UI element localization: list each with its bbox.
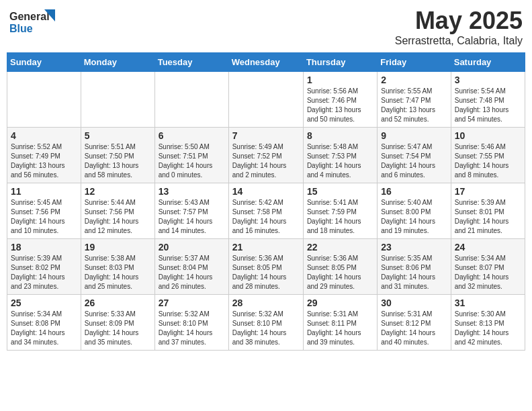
calendar-cell: 21Sunrise: 5:36 AM Sunset: 8:05 PM Dayli… bbox=[228, 239, 303, 295]
day-number: 5 bbox=[85, 130, 151, 141]
weekday-header-wednesday: Wednesday bbox=[228, 53, 303, 72]
day-number: 6 bbox=[159, 130, 225, 141]
day-info: Sunrise: 5:50 AM Sunset: 7:51 PM Dayligh… bbox=[159, 142, 225, 180]
day-number: 11 bbox=[11, 186, 77, 197]
calendar-week-1: 1Sunrise: 5:56 AM Sunset: 7:46 PM Daylig… bbox=[7, 72, 525, 128]
calendar-cell: 6Sunrise: 5:50 AM Sunset: 7:51 PM Daylig… bbox=[154, 128, 228, 183]
day-number: 10 bbox=[455, 130, 521, 141]
day-number: 28 bbox=[232, 298, 300, 308]
calendar-cell: 24Sunrise: 5:34 AM Sunset: 8:07 PM Dayli… bbox=[451, 239, 525, 295]
calendar-cell: 1Sunrise: 5:56 AM Sunset: 7:46 PM Daylig… bbox=[303, 72, 377, 128]
logo: General Blue bbox=[9, 7, 58, 36]
calendar-cell: 8Sunrise: 5:48 AM Sunset: 7:53 PM Daylig… bbox=[303, 128, 377, 183]
calendar-cell: 17Sunrise: 5:39 AM Sunset: 8:01 PM Dayli… bbox=[451, 183, 525, 239]
calendar-cell: 5Sunrise: 5:51 AM Sunset: 7:50 PM Daylig… bbox=[81, 128, 154, 183]
weekday-header-friday: Friday bbox=[378, 53, 451, 72]
calendar-cell: 18Sunrise: 5:39 AM Sunset: 8:02 PM Dayli… bbox=[7, 239, 81, 295]
calendar-cell: 14Sunrise: 5:42 AM Sunset: 7:58 PM Dayli… bbox=[228, 183, 303, 239]
day-number: 16 bbox=[381, 186, 447, 197]
day-number: 21 bbox=[232, 242, 300, 253]
calendar-cell: 19Sunrise: 5:38 AM Sunset: 8:03 PM Dayli… bbox=[81, 239, 154, 295]
day-number: 25 bbox=[11, 298, 77, 308]
logo-svg: General Blue bbox=[9, 7, 58, 36]
day-info: Sunrise: 5:45 AM Sunset: 7:56 PM Dayligh… bbox=[11, 198, 77, 236]
weekday-header-monday: Monday bbox=[81, 53, 154, 72]
day-info: Sunrise: 5:56 AM Sunset: 7:46 PM Dayligh… bbox=[307, 87, 373, 124]
day-info: Sunrise: 5:32 AM Sunset: 8:10 PM Dayligh… bbox=[159, 310, 225, 347]
day-number: 22 bbox=[307, 242, 373, 253]
day-number: 20 bbox=[159, 242, 225, 253]
calendar-cell bbox=[81, 72, 154, 128]
day-info: Sunrise: 5:32 AM Sunset: 8:10 PM Dayligh… bbox=[232, 310, 300, 347]
day-info: Sunrise: 5:37 AM Sunset: 8:04 PM Dayligh… bbox=[159, 254, 225, 291]
calendar-week-5: 25Sunrise: 5:34 AM Sunset: 8:08 PM Dayli… bbox=[7, 295, 525, 351]
calendar-cell: 23Sunrise: 5:35 AM Sunset: 8:06 PM Dayli… bbox=[378, 239, 451, 295]
calendar-cell: 9Sunrise: 5:47 AM Sunset: 7:54 PM Daylig… bbox=[378, 128, 451, 183]
calendar-week-4: 18Sunrise: 5:39 AM Sunset: 8:02 PM Dayli… bbox=[7, 239, 525, 295]
weekday-header-saturday: Saturday bbox=[451, 53, 525, 72]
day-info: Sunrise: 5:41 AM Sunset: 7:59 PM Dayligh… bbox=[307, 198, 373, 236]
day-number: 7 bbox=[232, 130, 300, 141]
day-number: 2 bbox=[381, 75, 447, 85]
day-info: Sunrise: 5:35 AM Sunset: 8:06 PM Dayligh… bbox=[381, 254, 447, 291]
weekday-header-sunday: Sunday bbox=[7, 53, 81, 72]
day-info: Sunrise: 5:34 AM Sunset: 8:07 PM Dayligh… bbox=[455, 254, 521, 291]
day-info: Sunrise: 5:47 AM Sunset: 7:54 PM Dayligh… bbox=[381, 142, 447, 180]
page-subtitle: Serrastretta, Calabria, Italy bbox=[395, 35, 523, 47]
day-info: Sunrise: 5:30 AM Sunset: 8:13 PM Dayligh… bbox=[455, 310, 521, 347]
weekday-header-row: SundayMondayTuesdayWednesdayThursdayFrid… bbox=[7, 53, 525, 72]
svg-text:General: General bbox=[9, 11, 50, 22]
day-number: 30 bbox=[381, 298, 447, 308]
day-info: Sunrise: 5:54 AM Sunset: 7:48 PM Dayligh… bbox=[455, 87, 521, 124]
calendar-week-2: 4Sunrise: 5:52 AM Sunset: 7:49 PM Daylig… bbox=[7, 128, 525, 183]
day-number: 13 bbox=[159, 186, 225, 197]
calendar-cell: 7Sunrise: 5:49 AM Sunset: 7:52 PM Daylig… bbox=[228, 128, 303, 183]
weekday-header-tuesday: Tuesday bbox=[154, 53, 228, 72]
day-number: 26 bbox=[85, 298, 151, 308]
day-number: 24 bbox=[455, 242, 521, 253]
day-number: 4 bbox=[11, 130, 77, 141]
day-number: 14 bbox=[232, 186, 300, 197]
day-number: 9 bbox=[381, 130, 447, 141]
day-number: 19 bbox=[85, 242, 151, 253]
day-number: 3 bbox=[455, 75, 521, 85]
day-info: Sunrise: 5:38 AM Sunset: 8:03 PM Dayligh… bbox=[85, 254, 151, 291]
day-info: Sunrise: 5:39 AM Sunset: 8:01 PM Dayligh… bbox=[455, 198, 521, 236]
calendar-table: SundayMondayTuesdayWednesdayThursdayFrid… bbox=[7, 52, 525, 351]
day-info: Sunrise: 5:43 AM Sunset: 7:57 PM Dayligh… bbox=[159, 198, 225, 236]
day-info: Sunrise: 5:40 AM Sunset: 8:00 PM Dayligh… bbox=[381, 198, 447, 236]
calendar-cell: 29Sunrise: 5:31 AM Sunset: 8:11 PM Dayli… bbox=[303, 295, 377, 351]
calendar-cell: 31Sunrise: 5:30 AM Sunset: 8:13 PM Dayli… bbox=[451, 295, 525, 351]
day-number: 27 bbox=[159, 298, 225, 308]
calendar-cell: 30Sunrise: 5:31 AM Sunset: 8:12 PM Dayli… bbox=[378, 295, 451, 351]
day-number: 8 bbox=[307, 130, 373, 141]
page-header: General Blue May 2025 Serrastretta, Cala… bbox=[7, 7, 525, 47]
calendar-cell bbox=[228, 72, 303, 128]
calendar-cell: 11Sunrise: 5:45 AM Sunset: 7:56 PM Dayli… bbox=[7, 183, 81, 239]
day-number: 18 bbox=[11, 242, 77, 253]
calendar-cell: 28Sunrise: 5:32 AM Sunset: 8:10 PM Dayli… bbox=[228, 295, 303, 351]
calendar-cell bbox=[154, 72, 228, 128]
day-number: 23 bbox=[381, 242, 447, 253]
calendar-cell: 2Sunrise: 5:55 AM Sunset: 7:47 PM Daylig… bbox=[378, 72, 451, 128]
calendar-cell: 25Sunrise: 5:34 AM Sunset: 8:08 PM Dayli… bbox=[7, 295, 81, 351]
calendar-cell: 15Sunrise: 5:41 AM Sunset: 7:59 PM Dayli… bbox=[303, 183, 377, 239]
calendar-cell: 22Sunrise: 5:36 AM Sunset: 8:05 PM Dayli… bbox=[303, 239, 377, 295]
calendar-cell bbox=[7, 72, 81, 128]
day-info: Sunrise: 5:36 AM Sunset: 8:05 PM Dayligh… bbox=[232, 254, 300, 291]
day-number: 15 bbox=[307, 186, 373, 197]
weekday-header-thursday: Thursday bbox=[303, 53, 377, 72]
day-info: Sunrise: 5:31 AM Sunset: 8:12 PM Dayligh… bbox=[381, 310, 447, 347]
day-number: 29 bbox=[307, 298, 373, 308]
day-number: 12 bbox=[85, 186, 151, 197]
day-info: Sunrise: 5:33 AM Sunset: 8:09 PM Dayligh… bbox=[85, 310, 151, 347]
calendar-cell: 10Sunrise: 5:46 AM Sunset: 7:55 PM Dayli… bbox=[451, 128, 525, 183]
calendar-week-3: 11Sunrise: 5:45 AM Sunset: 7:56 PM Dayli… bbox=[7, 183, 525, 239]
calendar-cell: 20Sunrise: 5:37 AM Sunset: 8:04 PM Dayli… bbox=[154, 239, 228, 295]
day-info: Sunrise: 5:42 AM Sunset: 7:58 PM Dayligh… bbox=[232, 198, 300, 236]
calendar-cell: 13Sunrise: 5:43 AM Sunset: 7:57 PM Dayli… bbox=[154, 183, 228, 239]
day-info: Sunrise: 5:39 AM Sunset: 8:02 PM Dayligh… bbox=[11, 254, 77, 291]
calendar-cell: 16Sunrise: 5:40 AM Sunset: 8:00 PM Dayli… bbox=[378, 183, 451, 239]
svg-text:Blue: Blue bbox=[9, 23, 33, 34]
day-info: Sunrise: 5:51 AM Sunset: 7:50 PM Dayligh… bbox=[85, 142, 151, 180]
